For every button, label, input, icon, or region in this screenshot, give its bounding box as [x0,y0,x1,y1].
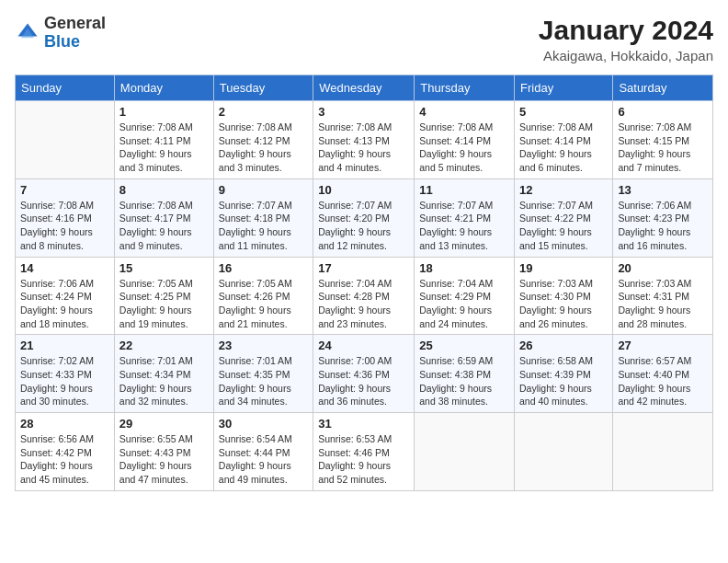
calendar-cell [515,413,613,491]
day-number: 20 [618,261,708,275]
logo-blue-text: Blue [44,32,80,51]
week-row-5: 28Sunrise: 6:56 AMSunset: 4:42 PMDayligh… [16,413,713,491]
day-detail: Sunrise: 7:08 AMSunset: 4:11 PMDaylight:… [119,121,209,175]
logo: General Blue [15,15,106,52]
calendar-cell: 26Sunrise: 6:58 AMSunset: 4:39 PMDayligh… [515,335,613,413]
column-header-friday: Friday [515,75,613,101]
calendar-cell: 18Sunrise: 7:04 AMSunset: 4:29 PMDayligh… [415,257,515,335]
day-number: 16 [219,261,308,275]
day-number: 8 [119,183,209,197]
calendar-cell: 1Sunrise: 7:08 AMSunset: 4:11 PMDaylight… [114,101,213,179]
day-number: 27 [618,339,708,352]
page-header: General Blue January 2024 Akaigawa, Hokk… [15,15,713,63]
day-number: 21 [20,339,109,352]
day-detail: Sunrise: 7:05 AMSunset: 4:25 PMDaylight:… [119,277,209,331]
day-detail: Sunrise: 7:03 AMSunset: 4:31 PMDaylight:… [618,277,708,331]
calendar-cell: 12Sunrise: 7:07 AMSunset: 4:22 PMDayligh… [515,178,613,257]
day-detail: Sunrise: 6:59 AMSunset: 4:38 PMDaylight:… [419,354,509,408]
title-block: January 2024 Akaigawa, Hokkaido, Japan [539,15,713,63]
day-detail: Sunrise: 7:04 AMSunset: 4:29 PMDaylight:… [419,277,509,331]
day-number: 6 [618,105,708,119]
column-header-saturday: Saturday [613,75,713,101]
column-header-sunday: Sunday [16,75,115,101]
day-detail: Sunrise: 7:08 AMSunset: 4:12 PMDaylight:… [219,121,308,175]
week-row-1: 1Sunrise: 7:08 AMSunset: 4:11 PMDaylight… [16,101,713,179]
week-row-4: 21Sunrise: 7:02 AMSunset: 4:33 PMDayligh… [16,335,713,413]
calendar-cell: 2Sunrise: 7:08 AMSunset: 4:12 PMDaylight… [213,101,313,179]
calendar-cell: 20Sunrise: 7:03 AMSunset: 4:31 PMDayligh… [613,257,713,335]
day-detail: Sunrise: 7:06 AMSunset: 4:23 PMDaylight:… [618,199,708,253]
day-number: 23 [219,339,308,352]
column-header-wednesday: Wednesday [313,75,415,101]
day-number: 14 [20,261,109,275]
day-number: 15 [119,261,209,275]
day-detail: Sunrise: 7:08 AMSunset: 4:17 PMDaylight:… [119,199,209,253]
day-detail: Sunrise: 6:57 AMSunset: 4:40 PMDaylight:… [618,354,708,408]
calendar-cell: 29Sunrise: 6:55 AMSunset: 4:43 PMDayligh… [114,413,213,491]
calendar-table: SundayMondayTuesdayWednesdayThursdayFrid… [15,75,713,491]
day-number: 28 [20,417,109,431]
calendar-cell: 7Sunrise: 7:08 AMSunset: 4:16 PMDaylight… [16,178,115,257]
day-number: 2 [219,105,308,119]
day-number: 1 [119,105,209,119]
calendar-header-row: SundayMondayTuesdayWednesdayThursdayFrid… [16,75,713,101]
day-number: 31 [318,417,409,431]
day-detail: Sunrise: 7:01 AMSunset: 4:35 PMDaylight:… [219,354,308,408]
calendar-cell: 10Sunrise: 7:07 AMSunset: 4:20 PMDayligh… [313,178,415,257]
calendar-cell [16,101,115,179]
day-number: 18 [419,261,509,275]
logo-general-text: General [44,14,106,32]
day-detail: Sunrise: 7:07 AMSunset: 4:21 PMDaylight:… [419,199,509,253]
day-detail: Sunrise: 6:53 AMSunset: 4:46 PMDaylight:… [318,432,409,487]
day-number: 29 [119,417,209,431]
logo-icon [15,20,40,46]
day-detail: Sunrise: 6:56 AMSunset: 4:42 PMDaylight:… [20,432,109,487]
calendar-cell: 13Sunrise: 7:06 AMSunset: 4:23 PMDayligh… [613,178,713,257]
calendar-cell: 8Sunrise: 7:08 AMSunset: 4:17 PMDaylight… [114,178,213,257]
day-number: 24 [318,339,409,352]
day-detail: Sunrise: 7:05 AMSunset: 4:26 PMDaylight:… [219,277,308,331]
day-number: 3 [318,105,409,119]
calendar-cell [613,413,713,491]
day-number: 11 [419,183,509,197]
day-number: 26 [519,339,608,352]
calendar-cell: 25Sunrise: 6:59 AMSunset: 4:38 PMDayligh… [415,335,515,413]
calendar-cell: 21Sunrise: 7:02 AMSunset: 4:33 PMDayligh… [16,335,115,413]
location-title: Akaigawa, Hokkaido, Japan [539,48,713,63]
calendar-cell: 6Sunrise: 7:08 AMSunset: 4:15 PMDaylight… [613,101,713,179]
day-number: 19 [519,261,608,275]
day-detail: Sunrise: 7:08 AMSunset: 4:16 PMDaylight:… [20,199,109,253]
day-number: 4 [419,105,509,119]
day-detail: Sunrise: 7:02 AMSunset: 4:33 PMDaylight:… [20,354,109,408]
day-detail: Sunrise: 6:55 AMSunset: 4:43 PMDaylight:… [119,432,209,487]
day-number: 9 [219,183,308,197]
day-number: 22 [119,339,209,352]
column-header-monday: Monday [114,75,213,101]
month-title: January 2024 [539,15,713,46]
calendar-cell: 17Sunrise: 7:04 AMSunset: 4:28 PMDayligh… [313,257,415,335]
day-detail: Sunrise: 7:00 AMSunset: 4:36 PMDaylight:… [318,354,409,408]
day-detail: Sunrise: 7:08 AMSunset: 4:13 PMDaylight:… [318,121,409,175]
calendar-cell: 15Sunrise: 7:05 AMSunset: 4:25 PMDayligh… [114,257,213,335]
calendar-cell: 31Sunrise: 6:53 AMSunset: 4:46 PMDayligh… [313,413,415,491]
column-header-thursday: Thursday [415,75,515,101]
day-number: 12 [519,183,608,197]
day-number: 25 [419,339,509,352]
day-number: 7 [20,183,109,197]
day-detail: Sunrise: 7:01 AMSunset: 4:34 PMDaylight:… [119,354,209,408]
day-detail: Sunrise: 7:07 AMSunset: 4:20 PMDaylight:… [318,199,409,253]
calendar-cell: 22Sunrise: 7:01 AMSunset: 4:34 PMDayligh… [114,335,213,413]
day-detail: Sunrise: 7:08 AMSunset: 4:14 PMDaylight:… [419,121,509,175]
calendar-cell: 9Sunrise: 7:07 AMSunset: 4:18 PMDaylight… [213,178,313,257]
calendar-cell: 24Sunrise: 7:00 AMSunset: 4:36 PMDayligh… [313,335,415,413]
calendar-cell: 4Sunrise: 7:08 AMSunset: 4:14 PMDaylight… [415,101,515,179]
day-detail: Sunrise: 7:03 AMSunset: 4:30 PMDaylight:… [519,277,608,331]
day-number: 5 [519,105,608,119]
day-number: 17 [318,261,409,275]
calendar-cell: 5Sunrise: 7:08 AMSunset: 4:14 PMDaylight… [515,101,613,179]
calendar-cell: 11Sunrise: 7:07 AMSunset: 4:21 PMDayligh… [415,178,515,257]
calendar-cell: 23Sunrise: 7:01 AMSunset: 4:35 PMDayligh… [213,335,313,413]
calendar-cell: 30Sunrise: 6:54 AMSunset: 4:44 PMDayligh… [213,413,313,491]
day-detail: Sunrise: 7:08 AMSunset: 4:15 PMDaylight:… [618,121,708,175]
day-detail: Sunrise: 6:58 AMSunset: 4:39 PMDaylight:… [519,354,608,408]
